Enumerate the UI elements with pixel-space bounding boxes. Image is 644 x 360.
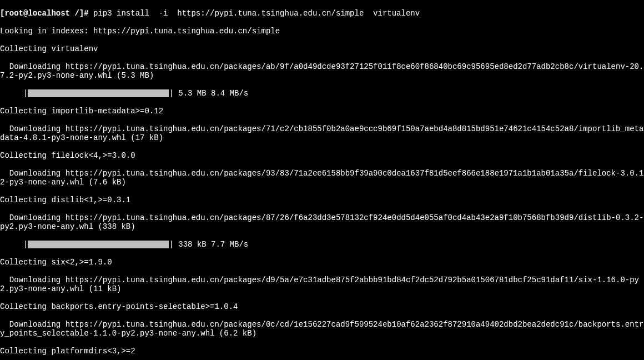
- output-line: Collecting platformdirs<3,>=2: [0, 347, 644, 356]
- progress-stats: | 338 kB 7.7 MB/s: [169, 240, 248, 249]
- output-line: Downloading https://pypi.tuna.tsinghua.e…: [0, 276, 644, 293]
- output-line: Collecting filelock<4,>=3.0.0: [0, 151, 644, 160]
- progress-stats: | 5.3 MB 8.4 MB/s: [169, 89, 248, 98]
- terminal-output[interactable]: [root@localhost /]# pip3 install -i http…: [0, 0, 644, 360]
- output-line: Collecting virtualenv: [0, 44, 644, 53]
- output-line: Collecting importlib-metadata>=0.12: [0, 107, 644, 116]
- progress-bar-fill: [28, 89, 169, 97]
- output-line: Downloading https://pypi.tuna.tsinghua.e…: [0, 62, 644, 80]
- progress-bar-line: || 5.3 MB 8.4 MB/s: [0, 89, 644, 98]
- output-line: Downloading https://pypi.tuna.tsinghua.e…: [0, 320, 644, 338]
- output-line: Downloading https://pypi.tuna.tsinghua.e…: [0, 169, 644, 187]
- bar-prefix: |: [0, 240, 28, 249]
- output-line: Downloading https://pypi.tuna.tsinghua.e…: [0, 213, 644, 231]
- prompt-user-host: [root@localhost /]#: [0, 9, 93, 18]
- command-text: pip3 install -i https://pypi.tuna.tsingh…: [93, 9, 420, 18]
- output-line: Collecting backports.entry-points-select…: [0, 302, 644, 311]
- prompt-line: [root@localhost /]# pip3 install -i http…: [0, 9, 644, 18]
- output-line: Collecting distlib<1,>=0.3.1: [0, 196, 644, 204]
- progress-bar-fill: [28, 241, 169, 248]
- bar-prefix: |: [0, 89, 28, 98]
- progress-bar-line: || 338 kB 7.7 MB/s: [0, 240, 644, 249]
- output-line: Collecting six<2,>=1.9.0: [0, 258, 644, 267]
- output-line: Looking in indexes: https://pypi.tuna.ts…: [0, 27, 644, 36]
- output-line: Downloading https://pypi.tuna.tsinghua.e…: [0, 124, 644, 142]
